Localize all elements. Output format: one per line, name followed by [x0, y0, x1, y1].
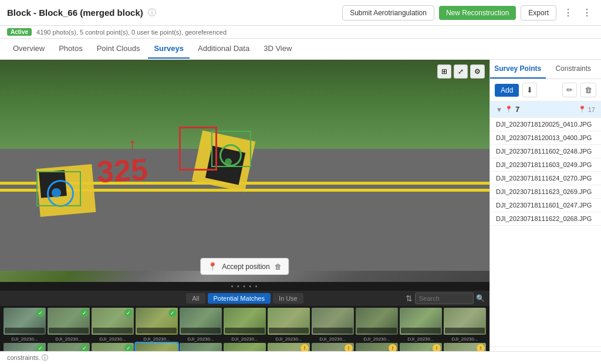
photo-item-3[interactable]: DJI_20230718111602_0248.JPG — [490, 145, 601, 158]
tab-photos[interactable]: Photos — [53, 39, 88, 59]
delete-position-icon[interactable]: 🗑 — [275, 263, 282, 271]
thumb-r1-11[interactable] — [444, 308, 486, 335]
info-icon[interactable]: ⓘ — [148, 8, 156, 18]
delete-icon[interactable]: 🗑 — [580, 83, 596, 97]
left-panel: 325 ↑ ⊞ ⤢ ⚙ 📍 Accept position 🗑 • • • • … — [0, 60, 489, 364]
right-panel-tabs: Survey Points Constraints — [490, 60, 601, 79]
page-title: Block - Block_66 (merged block) — [7, 8, 143, 18]
search-input[interactable] — [415, 292, 474, 304]
label-r1-1: DJI_20230... — [4, 336, 46, 342]
photo-item-1[interactable]: DJI_20230718120025_0410.JPG — [490, 118, 601, 131]
strip-tabs: All Potential Matches In Use ⇅ 🔍 — [0, 291, 489, 306]
filter-icon[interactable]: ⇅ — [406, 294, 413, 303]
map-toolbar: ⊞ ⤢ ⚙ — [437, 64, 485, 79]
status-bar: Active 4190 photo(s), 5 control point(s)… — [0, 26, 601, 39]
badge-r1-1: ✓ — [36, 309, 45, 317]
header: Block - Block_66 (merged block) ⓘ Submit… — [0, 0, 601, 26]
main-content: 325 ↑ ⊞ ⤢ ⚙ 📍 Accept position 🗑 • • • • … — [0, 60, 601, 364]
status-constraints-text: constraints. ⓘ — [7, 354, 48, 361]
header-left: Block - Block_66 (merged block) ⓘ — [7, 8, 156, 18]
strip-search: ⇅ 🔍 — [406, 292, 485, 304]
more-options-icon[interactable]: ⋮ — [580, 5, 594, 21]
tab-in-use[interactable]: In Use — [273, 293, 303, 304]
thumb-r1-6[interactable] — [224, 308, 266, 335]
bottom-status-bar: constraints. ⓘ — [0, 351, 601, 364]
label-r1-6: DJI_20230... — [224, 336, 266, 342]
tab-surveys[interactable]: Surveys — [148, 39, 190, 59]
tab-constraints[interactable]: Constraints — [546, 60, 602, 79]
label-r1-5: DJI_20230... — [180, 336, 222, 342]
thumb-r1-8[interactable] — [312, 308, 354, 335]
match-icon: 📍 — [578, 106, 586, 113]
tab-3d-view[interactable]: 3D View — [258, 39, 298, 59]
location-pin-icon: 📍 — [505, 106, 513, 113]
match-count-badge: 📍 17 — [578, 106, 595, 113]
thumb-r1-9[interactable] — [356, 308, 398, 335]
status-text: 4190 photo(s), 5 control point(s), 0 use… — [36, 29, 227, 36]
thumb-r1-4[interactable]: ✓ — [136, 308, 178, 335]
map-settings-button[interactable]: ⚙ — [470, 64, 485, 79]
badge-r1-3: ✓ — [124, 309, 133, 317]
label-r1-10: DJI_20230... — [400, 336, 442, 342]
photo-item-8[interactable]: DJI_20230718111622_0268.JPG — [490, 212, 601, 226]
match-count: 17 — [588, 106, 595, 113]
right-panel: Survey Points Constraints Add ⬇ ✏ 🗑 ▼ 📍 … — [489, 60, 601, 364]
label-r1-11: DJI_20230... — [444, 336, 486, 342]
position-pin-icon: 📍 — [208, 262, 217, 271]
photo-list: DJI_20230718120025_0410.JPG DJI_20230718… — [490, 118, 601, 346]
photo-item-6[interactable]: DJI_20230718111623_0269.JPG — [490, 185, 601, 199]
export-button[interactable]: Export — [521, 5, 556, 21]
edit-icon[interactable]: ✏ — [562, 83, 577, 97]
nav-tabs: Overview Photos Point Clouds Surveys Add… — [0, 39, 601, 60]
map-tool-2[interactable]: ⤢ — [454, 64, 468, 79]
strip-row-1: ✓ ✓ ✓ ✓ — [4, 308, 486, 335]
photo-item-4[interactable]: DJI_20230718111603_0249.JPG — [490, 158, 601, 172]
header-right: Submit Aerotriangulation New Reconstruct… — [342, 5, 594, 21]
import-icon[interactable]: ⬇ — [522, 83, 537, 97]
photo-item-5[interactable]: DJI_20230718111624_0270.JPG — [490, 172, 601, 185]
accept-position-label: Accept position — [222, 263, 269, 271]
label-r1-4: DJI_20230... — [136, 336, 178, 342]
survey-point-item[interactable]: ▼ 📍 7 📍 17 — [490, 101, 601, 118]
label-r1-2: DJI_20230... — [48, 336, 90, 342]
map-background: 325 ↑ — [0, 60, 489, 282]
thumb-r1-7[interactable] — [268, 308, 310, 335]
tab-additional-data[interactable]: Additional Data — [192, 39, 255, 59]
thumb-r1-10[interactable] — [400, 308, 442, 335]
photo-item-2[interactable]: DJI_20230718120013_0400.JPG — [490, 131, 601, 145]
submit-aerotriangulation-button[interactable]: Submit Aerotriangulation — [342, 5, 434, 21]
badge-r1-2: ✓ — [80, 309, 89, 317]
thumb-r1-1[interactable]: ✓ — [4, 308, 46, 335]
chevron-down-icon: ▼ — [496, 106, 502, 113]
thumb-r1-2[interactable]: ✓ — [48, 308, 90, 335]
accept-position-bar: 📍 Accept position 🗑 — [200, 258, 289, 275]
label-r1-7: DJI_20230... — [268, 336, 310, 342]
new-reconstruction-button[interactable]: New Reconstruction — [439, 6, 516, 20]
active-badge: Active — [7, 28, 32, 36]
survey-points-toolbar: Add ⬇ ✏ 🗑 — [490, 79, 601, 101]
label-r1-8: DJI_20230... — [312, 336, 354, 342]
tab-survey-points[interactable]: Survey Points — [490, 60, 546, 79]
label-r1-9: DJI_20230... — [356, 336, 398, 342]
thumb-r1-5[interactable] — [180, 308, 222, 335]
tab-overview[interactable]: Overview — [7, 39, 50, 59]
label-r1-3: DJI_20230... — [92, 336, 134, 342]
search-icon: 🔍 — [476, 294, 485, 302]
tab-point-clouds[interactable]: Point Clouds — [91, 39, 146, 59]
share-icon[interactable]: ⋮ — [561, 5, 575, 21]
photo-item-7[interactable]: DJI_20230718111601_0247.JPG — [490, 199, 601, 212]
map-tool-1[interactable]: ⊞ — [437, 64, 451, 79]
badge-r1-4: ✓ — [168, 309, 177, 317]
tab-potential-matches[interactable]: Potential Matches — [208, 293, 271, 304]
strip-labels-1: DJI_20230... DJI_20230... DJI_20230... D… — [4, 336, 486, 342]
thumb-r1-3[interactable]: ✓ — [92, 308, 134, 335]
survey-point-number: 7 — [515, 105, 578, 114]
add-survey-point-button[interactable]: Add — [495, 84, 519, 97]
tab-all[interactable]: All — [186, 293, 205, 304]
map-area[interactable]: 325 ↑ ⊞ ⤢ ⚙ 📍 Accept position 🗑 — [0, 60, 489, 282]
